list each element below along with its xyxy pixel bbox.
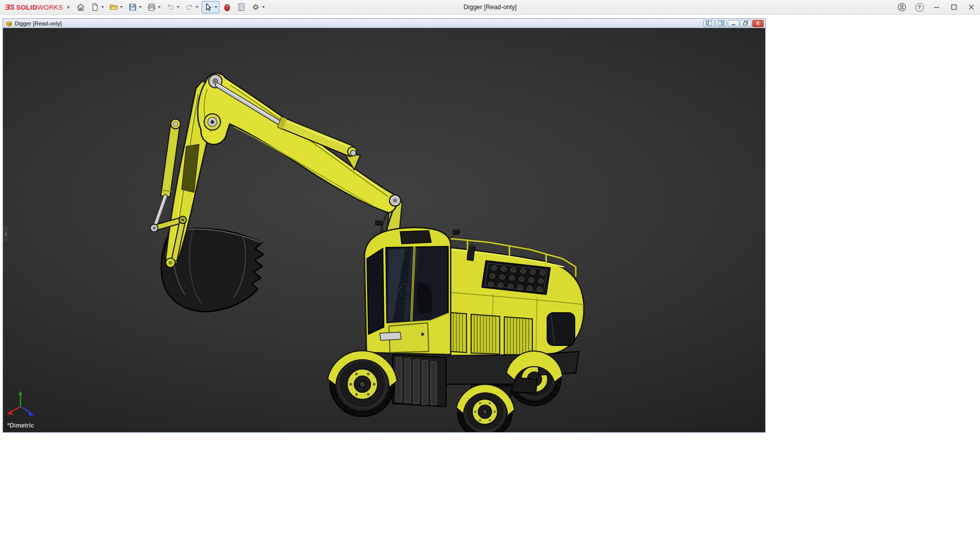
brand-name-bold: SOLID xyxy=(16,4,37,11)
doc-close-icon xyxy=(754,20,762,26)
triad-x-axis xyxy=(10,407,20,412)
orientation-triad[interactable] xyxy=(4,388,40,424)
solidworks-logo: ƎS SOLIDWORKS xyxy=(5,3,63,11)
app-title-bar: ƎS SOLIDWORKS xyxy=(0,0,980,15)
dropdown-caret[interactable] xyxy=(214,6,217,8)
print-icon xyxy=(147,3,156,12)
view-orientation-label: *Dimetric xyxy=(7,422,34,429)
triad-z-arrow xyxy=(29,411,34,416)
dropdown-caret[interactable] xyxy=(195,6,199,8)
select-cursor-icon xyxy=(204,3,213,12)
doc-restore-icon xyxy=(742,20,749,26)
help-icon: ? xyxy=(915,3,924,12)
user-avatar-icon xyxy=(897,3,906,12)
save-icon xyxy=(128,3,137,12)
split-pane-right-icon xyxy=(718,20,725,26)
minimize-icon xyxy=(932,3,941,12)
mouse-gestures-button[interactable] xyxy=(220,1,234,13)
save-button[interactable] xyxy=(126,1,144,13)
doc-split-right-button[interactable] xyxy=(716,20,727,27)
file-properties-button[interactable] xyxy=(235,1,248,13)
engine-deck xyxy=(438,238,584,375)
panel-collapse-chevron-icon[interactable] xyxy=(3,226,8,241)
close-icon xyxy=(967,3,976,12)
maximize-button[interactable] xyxy=(945,0,963,14)
dassault-logo-mark: ƎS xyxy=(5,3,15,11)
part-document-icon xyxy=(6,20,13,27)
undo-button[interactable] xyxy=(164,1,182,13)
brand-name-light: WORKS xyxy=(37,4,63,11)
redo-icon xyxy=(185,3,194,12)
options-gear-icon xyxy=(251,3,260,12)
document-window: Digger [Read-only] xyxy=(3,18,766,433)
account-button[interactable] xyxy=(893,0,911,14)
cab xyxy=(364,221,459,355)
home-button[interactable] xyxy=(74,1,87,13)
app-title: Digger [Read-only] xyxy=(463,0,517,14)
help-button[interactable]: ? xyxy=(911,0,928,14)
select-button[interactable] xyxy=(202,1,219,13)
doc-minimize-button[interactable] xyxy=(728,20,739,27)
dropdown-caret[interactable] xyxy=(139,6,142,8)
split-pane-left-icon xyxy=(705,20,713,26)
doc-split-left-button[interactable] xyxy=(703,20,715,27)
document-titlebar[interactable]: Digger [Read-only] xyxy=(3,19,765,28)
doc-minimize-icon xyxy=(730,20,737,26)
doc-restore-button[interactable] xyxy=(740,20,751,27)
mouse-gestures-icon xyxy=(223,3,232,12)
dropdown-caret[interactable] xyxy=(177,6,180,8)
triad-y-arrow xyxy=(18,391,22,395)
dropdown-caret[interactable] xyxy=(262,6,265,8)
doc-close-button[interactable] xyxy=(752,20,764,27)
close-button[interactable] xyxy=(963,0,980,14)
options-button[interactable] xyxy=(249,1,267,13)
side-louver-panels xyxy=(438,312,532,355)
dropdown-caret[interactable] xyxy=(120,6,123,8)
quick-access-toolbar xyxy=(74,1,267,13)
graphics-viewport[interactable]: *Dimetric xyxy=(3,28,765,432)
new-document-icon xyxy=(90,3,100,12)
document-title: Digger [Read-only] xyxy=(15,20,62,27)
new-document-button[interactable] xyxy=(88,1,106,13)
menu-expand-arrow-icon[interactable] xyxy=(67,5,70,9)
file-properties-icon xyxy=(237,3,246,12)
document-window-controls xyxy=(703,20,764,27)
open-button[interactable] xyxy=(107,1,125,13)
undo-icon xyxy=(166,3,175,12)
home-icon xyxy=(76,3,85,12)
open-folder-icon xyxy=(109,3,118,12)
dropdown-caret[interactable] xyxy=(101,6,104,8)
print-button[interactable] xyxy=(145,1,163,13)
redo-button[interactable] xyxy=(183,1,201,13)
digger-3d-model[interactable] xyxy=(3,28,765,432)
maximize-icon xyxy=(949,3,959,12)
window-controls: ? xyxy=(893,0,980,14)
dropdown-caret[interactable] xyxy=(158,6,161,8)
minimize-button[interactable] xyxy=(928,0,945,14)
